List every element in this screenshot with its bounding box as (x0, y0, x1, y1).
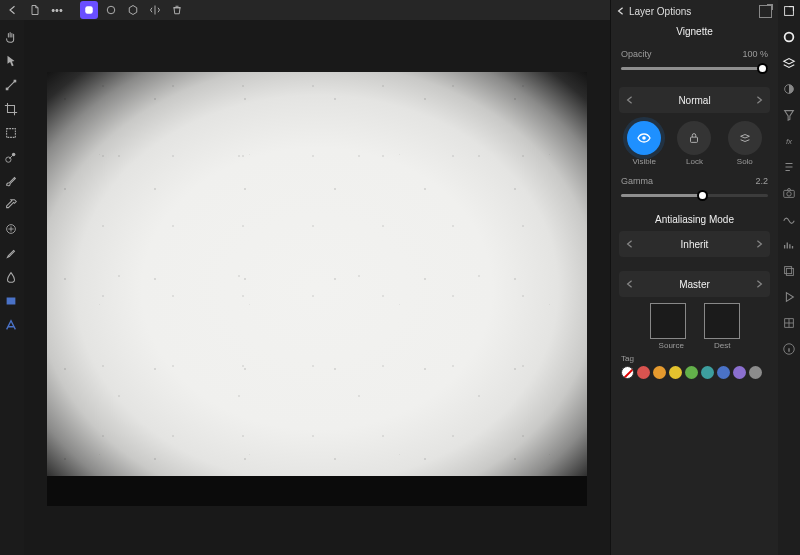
svg-point-10 (785, 33, 794, 42)
svg-rect-0 (85, 6, 93, 14)
rectangle-icon[interactable] (2, 292, 20, 310)
opacity-value: 100 % (742, 49, 768, 59)
popout-icon[interactable] (780, 2, 798, 20)
persona-icon[interactable] (80, 1, 98, 19)
panel-popout-icon[interactable] (759, 5, 772, 18)
document-canvas[interactable] (47, 72, 587, 506)
rendered-image (47, 72, 587, 506)
svg-point-13 (787, 192, 791, 196)
tag-section: Tag (611, 350, 778, 385)
tag-color-5[interactable] (701, 366, 714, 379)
tag-colors (621, 366, 768, 379)
solo-button[interactable]: Solo (728, 121, 762, 166)
smudge-icon[interactable] (2, 268, 20, 286)
source-swatch[interactable] (650, 303, 686, 339)
document-icon[interactable] (26, 1, 44, 19)
chevron-left-icon[interactable] (619, 240, 641, 248)
panel-title: Vignette (611, 22, 778, 45)
svg-point-1 (107, 6, 115, 14)
svg-rect-18 (691, 137, 698, 142)
color-wheel-icon[interactable] (780, 28, 798, 46)
tag-color-1[interactable] (637, 366, 650, 379)
gamma-label: Gamma (621, 176, 653, 186)
grid-icon[interactable] (780, 314, 798, 332)
chevron-right-icon[interactable] (748, 96, 770, 104)
lock-button[interactable]: Lock (677, 121, 711, 166)
dest-label: Dest (714, 341, 730, 350)
hand-icon[interactable] (2, 28, 20, 46)
tag-color-0[interactable] (621, 366, 634, 379)
chevron-right-icon[interactable] (748, 240, 770, 248)
funnel-icon[interactable] (780, 106, 798, 124)
blend-mode-selector[interactable]: Normal (619, 87, 770, 113)
camera-icon[interactable] (780, 184, 798, 202)
tag-color-8[interactable] (749, 366, 762, 379)
tag-color-4[interactable] (685, 366, 698, 379)
canvas-bottom-strip (47, 476, 587, 506)
antialias-value: Inherit (641, 239, 748, 250)
gamma-slider[interactable] (621, 190, 768, 200)
gradient-icon[interactable] (2, 148, 20, 166)
layer-options-panel: Layer Options Vignette Opacity 100 % Nor… (610, 0, 778, 555)
svg-rect-3 (14, 80, 17, 83)
back-arrow-icon[interactable] (4, 1, 22, 19)
antialias-title: Antialiasing Mode (611, 214, 778, 225)
opacity-section: Opacity 100 % (611, 45, 778, 81)
master-swatches (611, 303, 778, 339)
adjust-icon[interactable] (780, 80, 798, 98)
gamma-section: Gamma 2.2 (611, 172, 778, 208)
antialias-selector[interactable]: Inherit (619, 231, 770, 257)
svg-rect-4 (7, 129, 16, 138)
svg-rect-14 (785, 267, 792, 274)
crop-icon[interactable] (2, 100, 20, 118)
panel-header[interactable]: Layer Options (611, 0, 778, 22)
trash-icon[interactable] (168, 1, 186, 19)
more-ellipsis[interactable]: ••• (48, 1, 66, 19)
stack-icon[interactable] (780, 262, 798, 280)
chevron-right-icon[interactable] (748, 280, 770, 288)
visibility-row: Visible Lock Solo (619, 121, 770, 166)
clone-icon[interactable] (2, 220, 20, 238)
master-value: Master (641, 279, 748, 290)
chevron-left-icon[interactable] (619, 280, 641, 288)
info-icon[interactable] (780, 340, 798, 358)
histogram-icon[interactable] (780, 236, 798, 254)
svg-rect-2 (6, 88, 9, 91)
svg-rect-15 (786, 268, 793, 275)
mirror-icon[interactable] (146, 1, 164, 19)
svg-point-17 (642, 136, 646, 140)
left-toolbar (0, 24, 22, 334)
opacity-label: Opacity (621, 49, 652, 59)
canvas-viewport[interactable] (24, 20, 610, 555)
node-icon[interactable] (2, 76, 20, 94)
chevron-left-icon[interactable] (619, 96, 641, 104)
retouch-icon[interactable] (2, 244, 20, 262)
svg-rect-9 (785, 7, 794, 16)
dest-swatch[interactable] (704, 303, 740, 339)
tag-color-2[interactable] (653, 366, 666, 379)
tag-color-6[interactable] (717, 366, 730, 379)
svg-rect-8 (7, 298, 16, 305)
panel-header-label: Layer Options (629, 6, 691, 17)
gamma-value: 2.2 (755, 176, 768, 186)
master-selector[interactable]: Master (619, 271, 770, 297)
brush-icon[interactable] (2, 172, 20, 190)
text-style-icon[interactable] (780, 158, 798, 176)
wave-icon[interactable] (780, 210, 798, 228)
circle-icon[interactable] (102, 1, 120, 19)
fx-text[interactable]: fx (780, 132, 798, 150)
right-studio-bar: fx (778, 0, 800, 555)
shape-icon[interactable] (2, 124, 20, 142)
visible-button[interactable]: Visible (627, 121, 661, 166)
text-icon[interactable] (2, 316, 20, 334)
layers-icon[interactable] (780, 54, 798, 72)
tag-color-7[interactable] (733, 366, 746, 379)
tag-label: Tag (621, 354, 768, 363)
pointer-icon[interactable] (2, 52, 20, 70)
tag-color-3[interactable] (669, 366, 682, 379)
play-icon[interactable] (780, 288, 798, 306)
opacity-slider[interactable] (621, 63, 768, 73)
dropper-icon[interactable] (2, 196, 20, 214)
hexagon-icon[interactable] (124, 1, 142, 19)
source-label: Source (659, 341, 684, 350)
